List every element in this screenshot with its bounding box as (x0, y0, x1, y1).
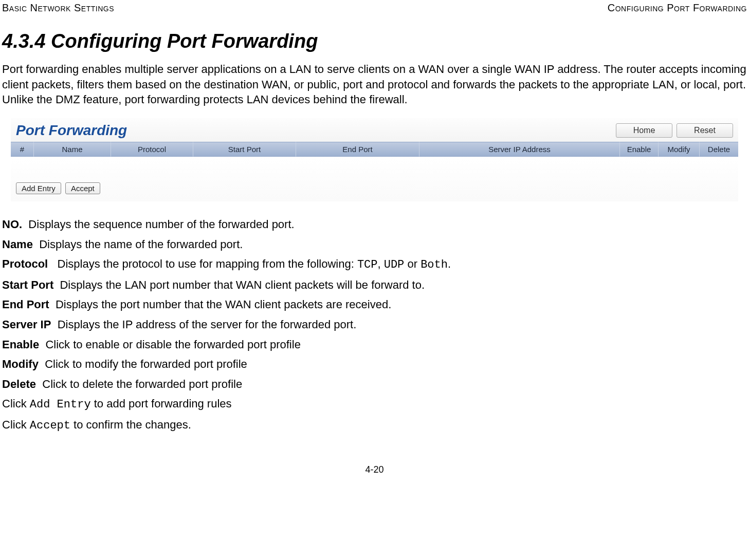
def-desc: Click to enable or disable the forwarded… (45, 338, 301, 351)
col-modify: Modify (659, 142, 700, 157)
def-server-ip: Server IP Displays the IP address of the… (2, 318, 747, 332)
col-enable: Enable (620, 142, 659, 157)
section-heading: 4.3.4 Configuring Port Forwarding (0, 30, 749, 52)
def-modify: Modify Click to modify the forwarded por… (2, 357, 747, 372)
def-term: End Port (2, 298, 49, 311)
page-number: 4-20 (0, 464, 749, 475)
protocol-udp: UDP (384, 258, 405, 271)
def-name: Name Displays the name of the forwarded … (2, 237, 747, 252)
add-entry-button[interactable]: Add Entry (16, 182, 61, 194)
col-name: Name (34, 142, 111, 157)
running-header: Basic Network Settings Configuring Port … (0, 0, 749, 20)
def-end-port: End Port Displays the port number that t… (2, 297, 747, 312)
accept-button[interactable]: Accept (65, 182, 100, 194)
def-desc: Displays the sequence number of the forw… (28, 218, 294, 231)
running-header-right: Configuring Port Forwarding (608, 2, 747, 14)
def-term: NO. (2, 218, 22, 231)
port-forwarding-panel: Port Forwarding Home Reset # Name Protoc… (10, 118, 739, 202)
running-header-left: Basic Network Settings (2, 2, 114, 14)
def-protocol: Protocol Displays the protocol to use fo… (2, 257, 747, 273)
def-delete: Delete Click to delete the forwarded por… (2, 377, 747, 392)
col-start-port: Start Port (193, 142, 296, 157)
col-protocol: Protocol (111, 142, 193, 157)
def-desc-pre: Displays the protocol to use for mapping… (58, 257, 357, 270)
def-no: NO. Displays the sequence number of the … (2, 217, 747, 232)
def-term: Server IP (2, 318, 51, 331)
def-desc: Displays the LAN port number that WAN cl… (60, 278, 425, 291)
panel-title: Port Forwarding (16, 122, 127, 139)
table-header-row: # Name Protocol Start Port End Port Serv… (11, 142, 738, 157)
col-delete: Delete (700, 142, 738, 157)
def-start-port: Start Port Displays the LAN port number … (2, 278, 747, 293)
def-desc: Click to delete the forwarded port profi… (42, 378, 242, 390)
def-term: Name (2, 238, 33, 251)
def-enable: Enable Click to enable or disable the fo… (2, 338, 747, 352)
def-term: Modify (2, 358, 39, 370)
add-entry-mono: Add Entry (30, 398, 91, 411)
intro-paragraph: Port forwarding enables multiple server … (2, 62, 747, 107)
protocol-both: Both (421, 258, 448, 271)
reset-button[interactable]: Reset (677, 123, 733, 138)
def-term: Enable (2, 338, 39, 351)
protocol-tcp: TCP (357, 258, 378, 271)
home-button[interactable]: Home (616, 123, 672, 138)
def-term: Start Port (2, 278, 53, 291)
def-desc: Displays the IP address of the server fo… (58, 318, 357, 331)
def-term: Protocol (2, 257, 48, 270)
def-term: Delete (2, 378, 36, 390)
def-desc: Click to modify the forwarded port profi… (45, 358, 247, 370)
accept-mono: Accept (30, 419, 70, 432)
col-end-port: End Port (296, 142, 419, 157)
note-add-entry: Click Add Entry to add port forwarding r… (2, 397, 747, 413)
col-server-ip: Server IP Address (419, 142, 620, 157)
def-desc: Displays the name of the forwarded port. (39, 238, 243, 251)
def-desc: Displays the port number that the WAN cl… (56, 298, 391, 311)
col-number: # (11, 142, 34, 157)
note-accept: Click Accept to confirm the changes. (2, 418, 747, 434)
definitions-block: NO. Displays the sequence number of the … (2, 217, 747, 434)
